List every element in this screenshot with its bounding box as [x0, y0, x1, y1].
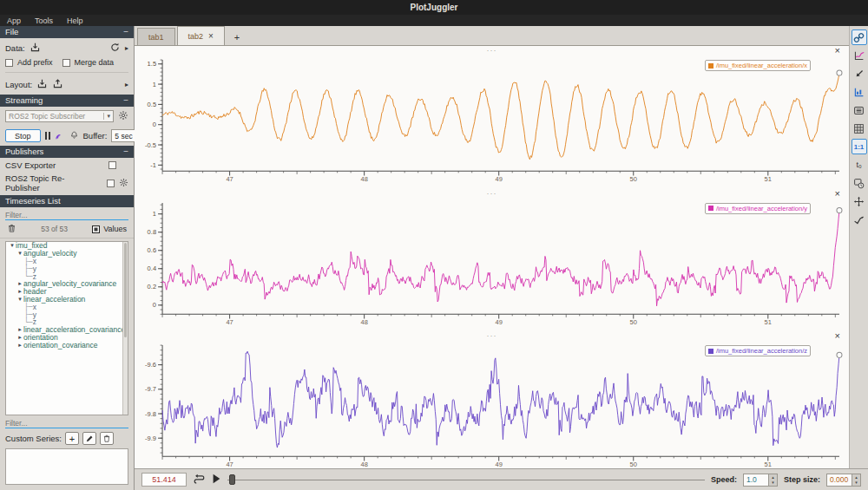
step-size-spinner[interactable]: 0.000 ▴▾: [826, 474, 861, 487]
time-origin-icon[interactable]: t₀: [852, 157, 867, 173]
tab-close-icon[interactable]: ×: [208, 31, 214, 41]
custom-series-edit-button[interactable]: [82, 432, 96, 445]
tree-expand-arrow-icon[interactable]: ▸: [16, 334, 23, 341]
merge-data-checkbox[interactable]: [62, 59, 70, 67]
custom-series-filter-wrap: [5, 418, 128, 428]
timeseries-section-header[interactable]: Timeseries List: [0, 195, 134, 207]
menu-app[interactable]: App: [0, 16, 28, 25]
delete-series-trash-icon[interactable]: [7, 223, 16, 235]
data-load-icon[interactable]: [30, 42, 41, 55]
custom-series-list[interactable]: [5, 448, 128, 485]
plot-splitter[interactable]: [136, 183, 847, 189]
republisher-gear-icon[interactable]: [119, 178, 128, 189]
tab-tab2[interactable]: tab2 ×: [177, 26, 225, 45]
flip-curve-icon[interactable]: [852, 48, 867, 63]
tree-item-angular_velocity[interactable]: ▾angular_velocity: [6, 250, 128, 258]
zoom-fit-icon[interactable]: [852, 84, 867, 100]
close-plot-icon[interactable]: ×: [835, 189, 840, 199]
custom-series-filter-input[interactable]: [5, 419, 128, 428]
current-time-field[interactable]: 51.414: [141, 473, 187, 487]
tree-scrollbar[interactable]: [122, 242, 128, 415]
add-tab-button[interactable]: +: [228, 29, 246, 45]
add-prefix-label: Add prefix: [17, 58, 53, 67]
tree-collapse-arrow-icon[interactable]: ▾: [16, 296, 23, 303]
layout-menu-arrow[interactable]: ▸: [125, 81, 128, 88]
tracker-line-icon[interactable]: [852, 212, 867, 227]
plot-legend[interactable]: /imu_fixed/linear_acceleration/y: [705, 203, 811, 214]
menu-help[interactable]: Help: [60, 16, 90, 25]
timeseries-tree[interactable]: ▾imu_fixed▾angular_velocity├─x├─y└─z▸ang…: [5, 241, 128, 415]
republisher-checkbox[interactable]: [107, 180, 115, 187]
csv-exporter-checkbox[interactable]: [108, 161, 116, 169]
tree-expand-arrow-icon[interactable]: ▸: [16, 326, 23, 333]
timeline-slider[interactable]: [227, 474, 705, 486]
streaming-options-gear-icon[interactable]: [118, 110, 128, 122]
svg-text:-9.9: -9.9: [145, 434, 156, 442]
pan-move-icon[interactable]: [852, 193, 867, 209]
speed-spinner[interactable]: 1.0 ▴▾: [743, 474, 778, 487]
plot-area: ···×/imu_fixed/linear_acceleration/x1.51…: [135, 46, 849, 468]
tree-item-y[interactable]: ├─y: [6, 265, 128, 272]
timeline-slider-handle[interactable]: [229, 474, 235, 485]
file-section-header[interactable]: File −: [0, 26, 134, 38]
add-prefix-checkbox[interactable]: [5, 59, 13, 67]
layout-label: Layout:: [5, 80, 32, 89]
data-menu-arrow[interactable]: ▸: [125, 44, 128, 52]
notifications-bell-icon[interactable]: [69, 130, 79, 142]
data-row: Data: ▸: [0, 38, 134, 58]
streaming-source-select[interactable]: ROS2 Topic Subscriber ▾: [5, 110, 114, 122]
collapse-icon[interactable]: −: [123, 147, 128, 156]
tree-item-y[interactable]: ├─y: [6, 310, 128, 318]
plot-splitter[interactable]: [136, 325, 847, 331]
custom-series-add-button[interactable]: +: [65, 432, 79, 445]
custom-series-delete-button[interactable]: [100, 432, 114, 445]
plot-canvas[interactable]: -9.6-9.7-9.8-9.94748495051: [136, 343, 847, 468]
link-zoom-icon[interactable]: [852, 29, 867, 45]
plot-panel-1: ···×/imu_fixed/linear_acceleration/x1.51…: [136, 46, 847, 183]
tree-collapse-arrow-icon[interactable]: ▾: [9, 242, 16, 249]
pause-icon[interactable]: [45, 132, 50, 140]
spin-down-icon[interactable]: ▾: [769, 480, 777, 486]
plot-canvas[interactable]: 1.510.50-0.5-14748495051: [136, 57, 847, 183]
plot-panel-3: ···×/imu_fixed/linear_acceleration/z-9.6…: [136, 331, 847, 468]
data-reload-icon[interactable]: [109, 42, 121, 55]
tree-expand-arrow-icon[interactable]: ▸: [16, 280, 23, 287]
close-plot-icon[interactable]: ×: [835, 46, 840, 56]
streaming-section-header[interactable]: Streaming −: [0, 95, 134, 107]
plot-panel-2: ···×/imu_fixed/linear_acceleration/y10.8…: [136, 189, 847, 326]
publishers-section-header[interactable]: Publishers −: [0, 146, 134, 158]
layout-load-icon[interactable]: [36, 78, 48, 91]
layout-save-icon[interactable]: [52, 78, 63, 91]
zoom-out-icon[interactable]: [852, 66, 867, 82]
timeseries-filter-input[interactable]: [5, 211, 128, 219]
tree-collapse-arrow-icon[interactable]: ▾: [16, 250, 23, 257]
ratio-1-1-icon[interactable]: 1:1: [852, 139, 867, 154]
streaming-signal-icon[interactable]: [55, 130, 65, 142]
svg-text:-0.5: -0.5: [145, 141, 156, 149]
close-plot-icon[interactable]: ×: [835, 331, 840, 341]
time-tracker-icon[interactable]: [852, 175, 867, 191]
svg-text:1: 1: [153, 81, 156, 88]
plot-legend[interactable]: /imu_fixed/linear_acceleration/z: [705, 345, 811, 356]
legend-series-name: /imu_fixed/linear_acceleration/y: [716, 205, 807, 212]
tree-item-x[interactable]: ├─x: [6, 303, 128, 310]
tree-expand-arrow-icon[interactable]: ▸: [16, 288, 23, 295]
legend-toggle-icon[interactable]: [852, 102, 867, 118]
splitter-handle-icon[interactable]: ···: [487, 331, 497, 340]
plot-canvas[interactable]: 10.80.60.40.204748495051: [136, 200, 847, 326]
loop-icon[interactable]: [193, 474, 206, 487]
splitter-handle-icon[interactable]: ···: [487, 189, 497, 198]
splitter-handle-icon[interactable]: ···: [487, 46, 497, 55]
plot-legend[interactable]: /imu_fixed/linear_acceleration/x: [705, 60, 811, 71]
play-button[interactable]: [212, 474, 221, 486]
menu-tools[interactable]: Tools: [28, 16, 60, 25]
tab-tab1[interactable]: tab1: [137, 28, 175, 45]
grid-layout-icon[interactable]: [852, 121, 867, 136]
spin-down-icon[interactable]: ▾: [852, 480, 860, 486]
tree-expand-arrow-icon[interactable]: ▸: [16, 342, 23, 349]
collapse-icon[interactable]: −: [123, 95, 128, 105]
tree-item-orientation_covariance[interactable]: ▸orientation_covariance: [6, 341, 128, 349]
stop-button[interactable]: Stop: [5, 129, 41, 142]
collapse-icon[interactable]: −: [123, 27, 128, 36]
values-checkbox[interactable]: [92, 225, 100, 233]
